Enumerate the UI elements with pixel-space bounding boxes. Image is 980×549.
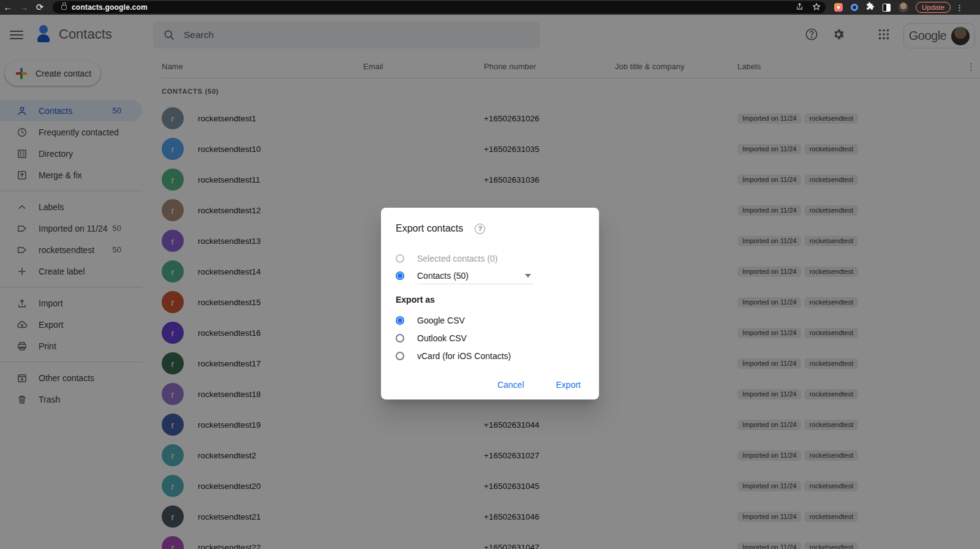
radio-option-outlook-csv[interactable]: Outlook CSV: [396, 329, 584, 347]
extension-pink-icon[interactable]: [834, 3, 843, 12]
radio-option-selected-contacts-0-[interactable]: Selected contacts (0): [396, 250, 584, 267]
radio-icon[interactable]: [396, 316, 404, 325]
browser-menu-kebab-icon[interactable]: ⋮: [956, 3, 963, 12]
reload-icon[interactable]: ⟳: [32, 0, 48, 15]
export-contacts-dialog: Export contacts ? Selected contacts (0) …: [381, 208, 599, 399]
export-as-label: Export as: [396, 292, 584, 307]
bookmark-star-icon[interactable]: [812, 2, 821, 13]
update-button[interactable]: Update: [916, 2, 951, 13]
contacts-app: Contacts Search Google Create contact: [0, 15, 980, 549]
extensions-area: [834, 2, 891, 13]
browser-chrome: ← → ⟳ contacts.google.com Update ⋮: [0, 0, 980, 15]
radio-label: Contacts (50): [417, 271, 469, 281]
dialog-title: Export contacts: [396, 223, 463, 234]
export-format-group: Google CSV Outlook CSV vCard (for iOS Co…: [396, 311, 584, 365]
browser-profile-avatar[interactable]: [899, 2, 908, 12]
dialog-help-icon[interactable]: ?: [475, 224, 485, 234]
radio-label: vCard (for iOS Contacts): [417, 351, 511, 361]
radio-icon[interactable]: [396, 352, 404, 360]
radio-option-contacts-50-[interactable]: Contacts (50): [396, 267, 584, 284]
share-icon[interactable]: [796, 2, 804, 12]
contacts-scope-select[interactable]: Contacts (50): [417, 267, 533, 284]
radio-option-google-csv[interactable]: Google CSV: [396, 311, 584, 329]
url-text: contacts.google.com: [72, 3, 148, 12]
radio-label: Selected contacts (0): [417, 254, 498, 263]
radio-option-vcard-for-ios-contacts-[interactable]: vCard (for iOS Contacts): [396, 347, 584, 365]
lock-icon: [61, 5, 67, 10]
cancel-button[interactable]: Cancel: [489, 374, 533, 396]
radio-label: Outlook CSV: [417, 333, 467, 343]
radio-icon[interactable]: [396, 254, 404, 263]
forward-arrow-icon[interactable]: →: [16, 0, 32, 15]
extension-puzzle-icon[interactable]: [866, 2, 875, 13]
extension-contrast-icon[interactable]: [883, 4, 891, 12]
radio-label: Google CSV: [417, 316, 465, 325]
radio-icon[interactable]: [396, 271, 404, 280]
export-button[interactable]: Export: [548, 374, 589, 396]
address-bar[interactable]: contacts.google.com: [53, 1, 826, 13]
dialog-footer: Cancel Export: [489, 374, 589, 396]
back-arrow-icon[interactable]: ←: [0, 0, 16, 15]
export-scope-group: Selected contacts (0) Contacts (50): [396, 250, 584, 284]
chevron-down-icon: [525, 274, 531, 278]
radio-icon[interactable]: [396, 334, 404, 343]
extension-ring-icon[interactable]: [851, 4, 858, 11]
